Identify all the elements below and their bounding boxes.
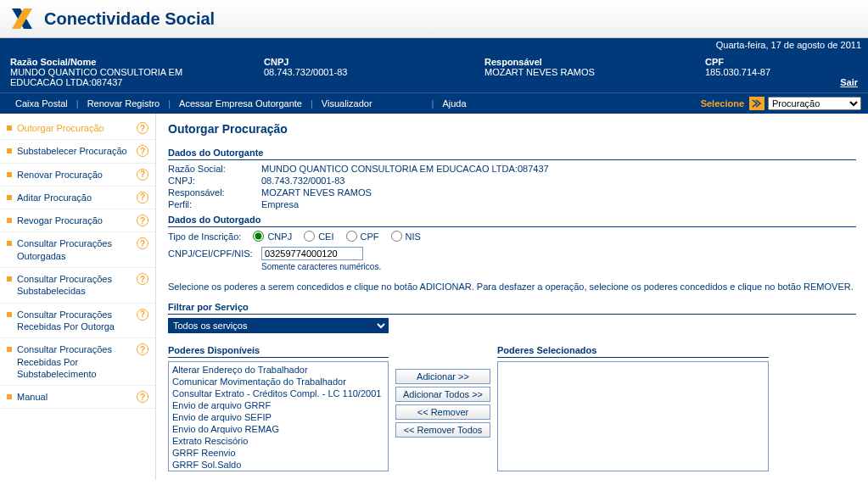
help-icon[interactable]: ?	[137, 391, 148, 403]
help-icon[interactable]: ?	[137, 122, 148, 134]
sidebar-item-label: Substabelecer Procuração	[17, 145, 133, 157]
adicionar-todos-button[interactable]: Adicionar Todos >>	[395, 387, 490, 402]
nav-renovar-registro[interactable]: Renovar Registro	[79, 97, 169, 110]
nav-visualizador[interactable]: Visualizador	[313, 97, 381, 110]
sidebar-item-consultar-recebidas-outorga[interactable]: Consultar Procurações Recebidas Por Outo…	[0, 304, 155, 339]
section-dados-outorgante: Dados do Outorgante	[168, 148, 856, 160]
list-item[interactable]: Alterar Endereço do Trabalhador	[171, 364, 386, 376]
help-icon[interactable]: ?	[137, 145, 148, 157]
cnpj-lbl: CNPJ:	[168, 176, 261, 186]
logo-icon	[10, 7, 34, 31]
help-icon[interactable]: ?	[137, 309, 148, 321]
help-icon[interactable]: ?	[137, 237, 148, 249]
razao-value: MUNDO QUANTICO CONSULTORIA EM EDUCACAO L…	[10, 67, 213, 87]
filtrar-label: Filtrar por Serviço	[168, 302, 856, 315]
adicionar-button[interactable]: Adicionar >>	[395, 369, 490, 384]
sidebar-item-label: Outorgar Procuração	[17, 122, 133, 134]
bullet-icon	[7, 195, 12, 200]
sidebar-item-manual[interactable]: Manual?	[0, 386, 155, 409]
nav-caixa-postal[interactable]: Caixa Postal	[7, 97, 76, 110]
inscricao-input[interactable]	[261, 247, 363, 260]
app-header: Conectividade Social	[0, 0, 868, 38]
razao-lbl: Razão Social:	[168, 164, 261, 174]
list-item[interactable]: Extrato Rescisório	[171, 435, 386, 447]
bullet-icon	[7, 276, 12, 282]
resp-value: MOZART NEVES RAMOS	[484, 67, 654, 77]
razao-val: MUNDO QUANTICO CONSULTORIA EM EDUCACAO L…	[261, 164, 549, 174]
info-bar: Razão Social/Nome MUNDO QUANTICO CONSULT…	[0, 52, 868, 92]
poderes-selecionados-list[interactable]	[497, 361, 769, 471]
list-item[interactable]: Envio de arquivo SEFIP	[171, 411, 386, 423]
sidebar-item-consultar-outorgadas[interactable]: Consultar Procurações Outorgadas?	[0, 232, 155, 268]
filtrar-select[interactable]: Todos os serviços	[168, 318, 389, 333]
bullet-icon	[7, 394, 12, 399]
radio-nis[interactable]: NIS	[391, 231, 421, 242]
resp-label: Responsável	[484, 57, 654, 67]
perfil-val: Empresa	[261, 199, 299, 209]
date-text: Quarta-feira, 17 de agosto de 2011	[0, 38, 868, 52]
radio-cei[interactable]: CEI	[304, 231, 333, 242]
cpf-value: 185.030.714-87	[705, 67, 807, 77]
list-item[interactable]: GRRF Sol.Saldo	[171, 459, 386, 471]
cnpj-value: 08.743.732/0001-83	[264, 67, 434, 77]
help-icon[interactable]: ?	[137, 343, 148, 355]
inscricao-hint: Somente caracteres numéricos.	[261, 262, 856, 271]
cpf-label: CPF	[705, 57, 807, 67]
sair-link[interactable]: Sair	[840, 77, 858, 87]
razao-label: Razão Social/Nome	[10, 57, 213, 67]
list-item[interactable]: Envio do Arquivo REMAG	[171, 423, 386, 435]
sidebar-item-consultar-recebidas-subst[interactable]: Consultar Procurações Recebidas Por Subs…	[0, 338, 155, 386]
resp-lbl: Responsável:	[168, 187, 261, 198]
selecione-arrow-icon[interactable]	[749, 97, 764, 110]
sidebar-item-consultar-substabelecidas[interactable]: Consultar Procurações Substabelecidas?	[0, 268, 155, 304]
sidebar-item-outorgar[interactable]: Outorgar Procuração?	[0, 117, 155, 140]
sidebar-item-substabelecer[interactable]: Substabelecer Procuração?	[0, 140, 155, 163]
radio-cpf[interactable]: CPF	[346, 231, 379, 242]
list-item[interactable]: GRRF Reenvio	[171, 447, 386, 459]
sidebar-item-label: Consultar Procurações Outorgadas	[17, 237, 133, 262]
bullet-icon	[7, 347, 12, 352]
page-title: Outorgar Procuração	[168, 122, 856, 136]
list-item[interactable]: Consultar Extrato - Créditos Compl. - LC…	[171, 387, 386, 399]
poderes-selecionados-label: Poderes Selecionados	[497, 345, 769, 358]
help-icon[interactable]: ?	[137, 273, 148, 285]
bullet-icon	[7, 148, 12, 153]
nav-acessar-empresa[interactable]: Acessar Empresa Outorgante	[171, 97, 311, 110]
list-item[interactable]: Comunicar Movimentação do Trabalhador	[171, 376, 386, 387]
content: Outorgar Procuração Dados do Outorgante …	[156, 114, 868, 480]
bullet-icon	[7, 218, 12, 223]
help-icon[interactable]: ?	[137, 169, 148, 181]
cnpj-val: 08.743.732/0001-83	[261, 176, 344, 186]
help-icon[interactable]: ?	[137, 192, 148, 203]
list-item[interactable]: Envio de arquivo GRRF	[171, 399, 386, 411]
bullet-icon	[7, 241, 12, 246]
inscricao-input-label: CNPJ/CEI/CPF/NIS:	[168, 248, 261, 259]
cnpj-label: CNPJ	[264, 57, 434, 67]
perfil-lbl: Perfil:	[168, 199, 261, 209]
bullet-icon	[7, 312, 12, 317]
app-title: Conectividade Social	[44, 9, 215, 29]
sidebar-item-label: Consultar Procurações Substabelecidas	[17, 273, 133, 298]
section-dados-outorgado: Dados do Outorgado	[168, 215, 856, 227]
remover-todos-button[interactable]: << Remover Todos	[395, 422, 490, 438]
instructions-text: Selecione os poderes a serem concedidos …	[168, 282, 856, 292]
nav-ajuda[interactable]: Ajuda	[434, 97, 474, 110]
help-icon[interactable]: ?	[137, 215, 148, 226]
poderes-disponiveis-list[interactable]: Alterar Endereço do Trabalhador Comunica…	[168, 361, 389, 471]
sidebar-item-label: Consultar Procurações Recebidas Por Subs…	[17, 343, 133, 380]
sidebar: Outorgar Procuração? Substabelecer Procu…	[0, 114, 156, 480]
radio-cnpj[interactable]: CNPJ	[253, 231, 292, 242]
sidebar-item-label: Aditar Procuração	[17, 192, 133, 203]
sidebar-item-renovar[interactable]: Renovar Procuração?	[0, 164, 155, 187]
sidebar-item-label: Consultar Procurações Recebidas Por Outo…	[17, 309, 133, 333]
remover-button[interactable]: << Remover	[395, 404, 490, 420]
selecione-label: Selecione	[701, 98, 744, 109]
resp-val: MOZART NEVES RAMOS	[261, 187, 372, 198]
sidebar-item-label: Renovar Procuração	[17, 169, 133, 181]
selecione-dropdown[interactable]: Procuração	[768, 97, 861, 110]
sidebar-item-aditar[interactable]: Aditar Procuração?	[0, 187, 155, 209]
sidebar-item-revogar[interactable]: Revogar Procuração?	[0, 209, 155, 232]
tipo-inscricao-label: Tipo de Inscrição:	[168, 231, 241, 242]
nav-bar: Caixa Postal | Renovar Registro | Acessa…	[0, 92, 868, 114]
sidebar-item-label: Revogar Procuração	[17, 215, 133, 226]
